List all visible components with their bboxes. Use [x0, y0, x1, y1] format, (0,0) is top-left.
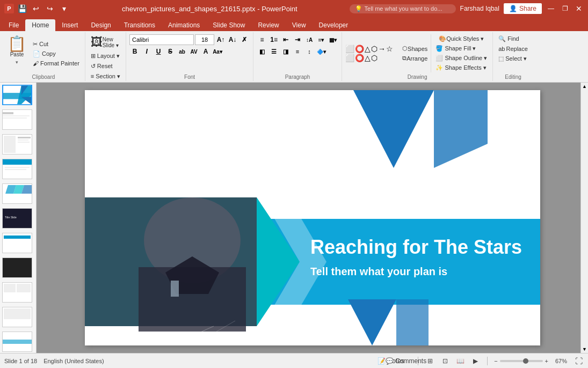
tab-design[interactable]: Design	[84, 19, 117, 31]
align-right-button[interactable]: ◨	[280, 46, 291, 57]
decrease-indent-button[interactable]: ⇤	[280, 34, 291, 45]
smartart-button[interactable]: 🔷▾	[316, 46, 326, 57]
quick-styles-button[interactable]: 🎨 Quick Styles ▾	[433, 34, 489, 43]
numbering-button[interactable]: 1≡	[268, 34, 279, 45]
zoom-percent[interactable]: 67%	[553, 358, 570, 364]
slide-thumb-3[interactable]	[2, 134, 32, 154]
shapes-icon: ⬡	[402, 45, 408, 52]
layout-button[interactable]: ⊞ Layout ▾	[89, 51, 122, 61]
tab-review[interactable]: Review	[251, 19, 285, 31]
slide-thumb-11[interactable]	[2, 332, 32, 352]
align-center-button[interactable]: ☰	[268, 46, 279, 57]
justify-button[interactable]: ≡	[292, 46, 303, 57]
scroll-down-button[interactable]: ▼	[581, 345, 588, 353]
slide-thumb-4[interactable]	[2, 159, 32, 179]
minimize-button[interactable]: —	[546, 4, 556, 13]
slide-thumb-5[interactable]	[2, 183, 32, 204]
zoom-track[interactable]	[500, 360, 543, 362]
reading-view-button[interactable]: 📖	[455, 356, 466, 366]
slide-thumb-8[interactable]	[2, 257, 32, 278]
svg-rect-13	[18, 142, 30, 143]
font-color-button[interactable]: A	[200, 46, 211, 57]
zoom-in-button[interactable]: +	[545, 358, 548, 364]
shapes-button[interactable]: ⬡ Shapes	[400, 44, 430, 53]
align-text-button[interactable]: ≡▾	[316, 34, 326, 45]
redo-qat-button[interactable]: ↪	[44, 3, 56, 14]
tab-file[interactable]: File	[2, 19, 25, 31]
format-painter-button[interactable]: 🖌 Format Painter	[31, 59, 82, 68]
font-size-decrease-button[interactable]: A↓	[227, 34, 238, 45]
font-name-input[interactable]	[129, 34, 194, 45]
zoom-out-button[interactable]: −	[494, 358, 497, 364]
reset-button[interactable]: ↺ Reset	[89, 62, 115, 71]
slide-thumb-7[interactable]	[2, 233, 32, 253]
shape-fill-button[interactable]: 🪣 Shape Fill ▾	[433, 44, 489, 53]
font-size-increase-button[interactable]: A↑	[215, 34, 226, 45]
notes-icon: 📝	[378, 357, 386, 365]
slide-thumb-9[interactable]	[2, 282, 32, 303]
slides-group: 🖼 NewSlide ▾ ⊞ Layout ▾ ↺ Reset ≡ Sectio…	[85, 32, 126, 81]
tell-me-input[interactable]	[365, 5, 451, 12]
comments-button[interactable]: 💬 Comments	[401, 356, 411, 366]
tab-home[interactable]: Home	[25, 19, 55, 31]
right-scrollbar[interactable]: ▲ ▼	[580, 83, 588, 353]
shadow-button[interactable]: ab	[177, 46, 187, 57]
tab-view[interactable]: View	[286, 19, 313, 31]
line-spacing-button[interactable]: ↕	[304, 46, 315, 57]
slide-canvas[interactable]: Reaching for The Stars Tell them what yo…	[85, 90, 540, 345]
bullets-button[interactable]: ≡	[257, 34, 267, 45]
undo-qat-button[interactable]: ↩	[30, 3, 42, 14]
columns-button[interactable]: ▦▾	[328, 34, 338, 45]
change-case-button[interactable]: Aa▾	[212, 46, 223, 57]
fit-slide-button[interactable]: ⛶	[574, 356, 584, 366]
slide-thumb-10[interactable]	[2, 307, 32, 327]
paste-button[interactable]: 📋 Paste	[5, 34, 28, 60]
tab-insert[interactable]: Insert	[55, 19, 84, 31]
normal-view-button[interactable]: ⊞	[425, 356, 435, 366]
strikethrough-button[interactable]: S	[165, 46, 176, 57]
zoom-thumb[interactable]	[523, 358, 528, 364]
slide-thumb-2[interactable]	[2, 109, 32, 130]
slide-thumb-1[interactable]	[2, 85, 32, 105]
tab-developer[interactable]: Developer	[313, 19, 355, 31]
select-button[interactable]: ⬚ Select ▾	[496, 54, 529, 63]
zoom-slider[interactable]: − +	[494, 358, 548, 364]
replace-icon: ab	[498, 46, 505, 52]
char-spacing-button[interactable]: AV	[188, 46, 199, 57]
shape-outline-button[interactable]: ⬜ Shape Outline ▾	[433, 54, 489, 63]
tab-slideshow[interactable]: Slide Show	[206, 19, 251, 31]
shapes-palette[interactable]: ⬜ ⭕ △ ⬡ → ☆ ⬜ ⭕ △ ⬡	[345, 45, 399, 62]
paste-dropdown[interactable]: ▾	[16, 60, 18, 65]
clear-format-button[interactable]: ✗	[239, 34, 250, 45]
language-indicator[interactable]: English (United States)	[43, 358, 104, 364]
italic-button[interactable]: I	[141, 46, 152, 57]
slide-show-button[interactable]: ▶	[470, 356, 481, 366]
copy-button[interactable]: 📄 Copy	[31, 49, 82, 58]
new-slide-button[interactable]: 🖼 NewSlide ▾	[89, 34, 121, 50]
section-button[interactable]: ≡ Section ▾	[89, 72, 122, 81]
restore-button[interactable]: ❐	[560, 4, 570, 13]
tell-me-box[interactable]: 💡	[350, 4, 456, 13]
underline-button[interactable]: U	[153, 46, 164, 57]
font-size-input[interactable]	[195, 34, 214, 45]
tab-animations[interactable]: Animations	[162, 19, 206, 31]
title-bar: P 💾 ↩ ↪ ▾ chevron_pictures_and_shapes_21…	[0, 0, 588, 17]
customize-qat-button[interactable]: ▾	[58, 3, 70, 14]
tab-transitions[interactable]: Transitions	[118, 19, 162, 31]
replace-button[interactable]: ab Replace	[496, 45, 530, 53]
share-button[interactable]: 👤 Share	[504, 3, 542, 14]
status-bar-left: Slide 1 of 18 English (United States)	[4, 358, 104, 364]
slide-sorter-button[interactable]: ⊡	[440, 356, 451, 366]
find-button[interactable]: 🔍 Find	[496, 34, 521, 43]
scroll-up-button[interactable]: ▲	[581, 83, 588, 90]
close-button[interactable]: ✕	[574, 4, 584, 13]
shape-effects-button[interactable]: ✨ Shape Effects ▾	[433, 63, 489, 72]
save-qat-button[interactable]: 💾	[16, 3, 28, 14]
increase-indent-button[interactable]: ⇥	[292, 34, 303, 45]
align-left-button[interactable]: ◧	[257, 46, 267, 57]
text-direction-button[interactable]: ↕A	[304, 34, 315, 45]
bold-button[interactable]: B	[129, 46, 140, 57]
slide-thumb-6[interactable]: Title Slide	[2, 208, 32, 229]
cut-button[interactable]: ✂ Cut	[31, 40, 82, 49]
arrange-button[interactable]: ⧉ Arrange	[400, 54, 430, 63]
